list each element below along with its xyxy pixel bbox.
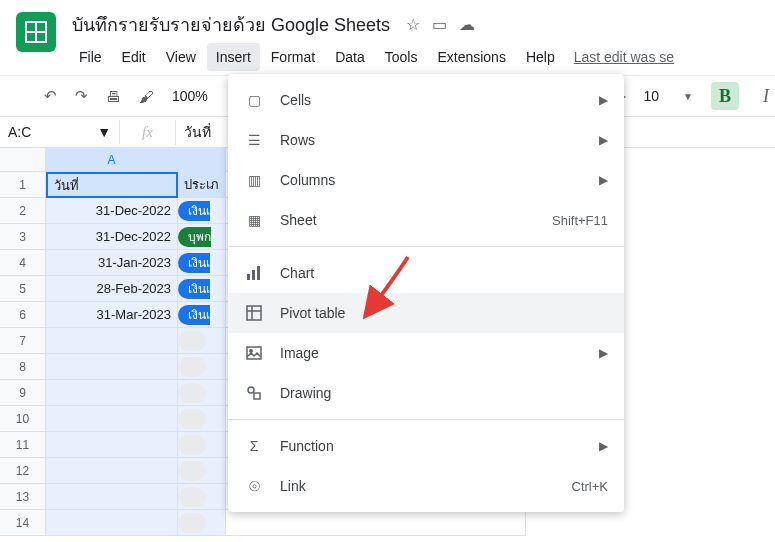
svg-rect-1 <box>252 270 255 280</box>
last-edit-link[interactable]: Last edit was se <box>574 43 674 71</box>
svg-rect-2 <box>257 266 260 280</box>
menu-item-link[interactable]: ⦾ Link Ctrl+K <box>228 466 624 506</box>
row-header[interactable]: 6 <box>0 302 46 328</box>
cell[interactable] <box>46 380 178 406</box>
menu-item-rows[interactable]: ☰ Rows ▶ <box>228 120 624 160</box>
svg-rect-7 <box>254 393 260 399</box>
cell[interactable]: เงินเ <box>178 250 226 276</box>
col-header-b[interactable] <box>178 148 226 172</box>
cell[interactable] <box>178 484 226 510</box>
cloud-status-icon[interactable]: ☁ <box>459 15 475 34</box>
formula-bar[interactable]: วันที่ <box>176 117 219 147</box>
select-all-corner[interactable] <box>0 148 46 172</box>
row-header[interactable]: 14 <box>0 510 46 536</box>
menu-item-drawing[interactable]: Drawing <box>228 373 624 413</box>
cell[interactable] <box>178 406 226 432</box>
cell[interactable]: เงินเ <box>178 198 226 224</box>
row-header[interactable]: 1 <box>0 172 46 198</box>
rows-icon: ☰ <box>244 130 264 150</box>
cell[interactable] <box>178 458 226 484</box>
menu-extensions[interactable]: Extensions <box>428 43 514 71</box>
link-icon: ⦾ <box>244 476 264 496</box>
font-size[interactable]: 10 <box>644 88 660 104</box>
function-icon: Σ <box>244 436 264 456</box>
row-header[interactable]: 7 <box>0 328 46 354</box>
menu-divider <box>228 246 624 247</box>
sheets-logo[interactable] <box>16 12 56 52</box>
row-header[interactable]: 11 <box>0 432 46 458</box>
menu-data[interactable]: Data <box>326 43 374 71</box>
row-header[interactable]: 9 <box>0 380 46 406</box>
cell[interactable] <box>46 458 178 484</box>
cell[interactable] <box>178 354 226 380</box>
cell[interactable]: 31-Dec-2022 <box>46 224 178 250</box>
cell[interactable] <box>226 510 526 536</box>
svg-rect-3 <box>247 306 261 320</box>
menu-item-pivot-table[interactable]: Pivot table <box>228 293 624 333</box>
cell[interactable]: 31-Jan-2023 <box>46 250 178 276</box>
cell[interactable] <box>46 328 178 354</box>
document-title[interactable]: บันทึกรายรับรายจ่ายด้วย Google Sheets <box>72 10 390 39</box>
menu-item-columns[interactable]: ▥ Columns ▶ <box>228 160 624 200</box>
cell[interactable] <box>46 354 178 380</box>
paint-format-icon[interactable]: 🖌 <box>139 88 154 105</box>
cell[interactable] <box>46 406 178 432</box>
drawing-icon <box>244 383 264 403</box>
cell[interactable] <box>178 510 226 536</box>
menu-item-chart[interactable]: Chart <box>228 253 624 293</box>
italic-button[interactable]: I <box>757 86 775 107</box>
undo-icon[interactable]: ↶ <box>44 87 57 105</box>
move-icon[interactable]: ▭ <box>432 15 447 34</box>
row-header[interactable]: 4 <box>0 250 46 276</box>
category-pill: เงินเ <box>178 279 210 299</box>
category-pill <box>178 461 206 481</box>
name-box[interactable]: A:C ▼ <box>0 120 120 144</box>
category-pill <box>178 383 206 403</box>
bold-button[interactable]: B <box>711 82 739 110</box>
row-header[interactable]: 12 <box>0 458 46 484</box>
row-header[interactable]: 2 <box>0 198 46 224</box>
row-header[interactable]: 5 <box>0 276 46 302</box>
cell[interactable] <box>178 380 226 406</box>
redo-icon[interactable]: ↷ <box>75 87 88 105</box>
row-header[interactable]: 8 <box>0 354 46 380</box>
row-header[interactable]: 3 <box>0 224 46 250</box>
svg-point-6 <box>248 387 254 393</box>
menu-divider <box>228 419 624 420</box>
menu-item-cells[interactable]: ▢ Cells ▶ <box>228 80 624 120</box>
cell[interactable]: ประเภ <box>178 172 226 198</box>
cell[interactable] <box>46 484 178 510</box>
cell[interactable]: เงินเ <box>178 302 226 328</box>
cell[interactable]: 28-Feb-2023 <box>46 276 178 302</box>
cell[interactable]: บุพก <box>178 224 226 250</box>
cell[interactable]: วันที่ <box>46 172 178 198</box>
menu-help[interactable]: Help <box>517 43 564 71</box>
menu-item-image[interactable]: Image ▶ <box>228 333 624 373</box>
menu-format[interactable]: Format <box>262 43 324 71</box>
menu-item-function[interactable]: Σ Function ▶ <box>228 426 624 466</box>
cell[interactable]: 31-Dec-2022 <box>46 198 178 224</box>
menu-item-sheet[interactable]: ▦ Sheet Shift+F11 <box>228 200 624 240</box>
cell[interactable] <box>178 432 226 458</box>
cell[interactable] <box>178 328 226 354</box>
menu-view[interactable]: View <box>157 43 205 71</box>
category-pill: เงินเ <box>178 253 210 273</box>
caret-down-icon[interactable]: ▼ <box>683 91 693 102</box>
sheet-icon: ▦ <box>244 210 264 230</box>
cell[interactable]: 31-Mar-2023 <box>46 302 178 328</box>
cell[interactable] <box>46 432 178 458</box>
zoom-level[interactable]: 100% <box>172 88 208 104</box>
fx-icon: fx <box>120 120 176 145</box>
menu-file[interactable]: File <box>70 43 111 71</box>
cell[interactable]: เงินเ <box>178 276 226 302</box>
menu-insert[interactable]: Insert <box>207 43 260 71</box>
menu-edit[interactable]: Edit <box>113 43 155 71</box>
col-header-a[interactable]: A <box>46 148 178 172</box>
row-header[interactable]: 10 <box>0 406 46 432</box>
chevron-right-icon: ▶ <box>599 93 608 107</box>
print-icon[interactable]: 🖶 <box>106 88 121 105</box>
row-header[interactable]: 13 <box>0 484 46 510</box>
star-icon[interactable]: ☆ <box>406 15 420 34</box>
cell[interactable] <box>46 510 178 536</box>
menu-tools[interactable]: Tools <box>376 43 427 71</box>
